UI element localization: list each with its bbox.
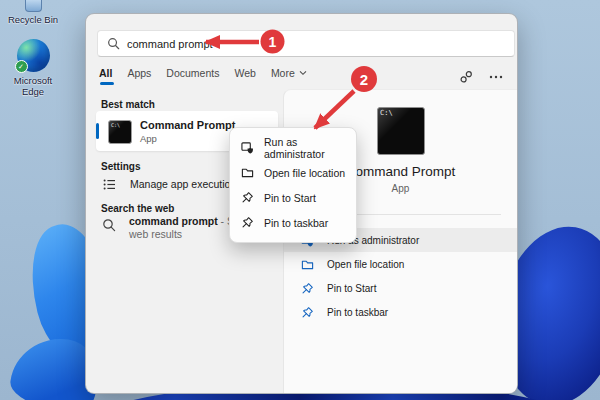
- menu-item-pin-to-taskbar[interactable]: Pin to taskbar: [230, 210, 356, 235]
- menu-item-run-as-administrator[interactable]: Run as administrator: [230, 135, 356, 160]
- search-query-text: command prompt: [127, 38, 213, 50]
- edge-label: Microsoft Edge: [10, 75, 56, 97]
- selection-accent-bar: [96, 123, 99, 139]
- menu-item-open-file-location[interactable]: Open file location: [230, 160, 356, 185]
- pin-icon: [241, 216, 254, 229]
- ellipsis-icon[interactable]: [489, 75, 503, 79]
- search-icon: [102, 218, 116, 241]
- recycle-bin-label: Recycle Bin: [2, 14, 64, 25]
- checkmark-badge-icon: ✓: [15, 60, 28, 73]
- app-execution-alias-icon: [102, 177, 117, 192]
- run-as-administrator-icon: [241, 141, 254, 154]
- search-the-web-header: Search the web: [101, 203, 174, 214]
- search-icon: [107, 37, 120, 50]
- best-match-subtitle: App: [140, 133, 157, 144]
- folder-icon: [241, 166, 254, 179]
- tab-documents[interactable]: Documents: [166, 67, 219, 85]
- pin-icon: [301, 282, 314, 295]
- menu-item-pin-to-start[interactable]: Pin to Start: [230, 185, 356, 210]
- preview-action-pin-to-taskbar[interactable]: Pin to taskbar: [284, 300, 517, 324]
- command-prompt-icon-large: C:\: [377, 107, 425, 155]
- desktop-icon-microsoft-edge[interactable]: ✓ Microsoft Edge: [2, 39, 64, 97]
- best-match-title: Command Prompt: [140, 119, 235, 131]
- context-menu: Run as administrator Open file location …: [229, 127, 357, 243]
- folder-icon: [301, 258, 314, 271]
- account-icon[interactable]: [459, 70, 473, 84]
- search-input[interactable]: command prompt: [97, 30, 515, 57]
- desktop-icon-recycle-bin[interactable]: Recycle Bin: [2, 0, 64, 25]
- recycle-bin-icon: [25, 0, 42, 12]
- chevron-down-icon: [299, 70, 307, 76]
- command-prompt-icon: C:\: [108, 120, 132, 144]
- pin-icon: [241, 191, 254, 204]
- settings-header: Settings: [101, 161, 140, 172]
- edge-icon: ✓: [17, 39, 50, 72]
- tab-web[interactable]: Web: [234, 67, 255, 85]
- search-filter-tabs: All Apps Documents Web More: [99, 67, 307, 85]
- preview-action-open-file-location[interactable]: Open file location: [284, 252, 517, 276]
- pin-icon: [301, 306, 314, 319]
- search-window: command prompt All Apps Documents Web Mo…: [85, 13, 518, 394]
- preview-action-pin-to-start[interactable]: Pin to Start: [284, 276, 517, 300]
- tab-more[interactable]: More: [271, 67, 307, 85]
- tab-all[interactable]: All: [99, 67, 112, 85]
- search-window-corner-icons: [459, 70, 503, 84]
- best-match-header: Best match: [101, 99, 155, 110]
- tab-apps[interactable]: Apps: [127, 67, 151, 85]
